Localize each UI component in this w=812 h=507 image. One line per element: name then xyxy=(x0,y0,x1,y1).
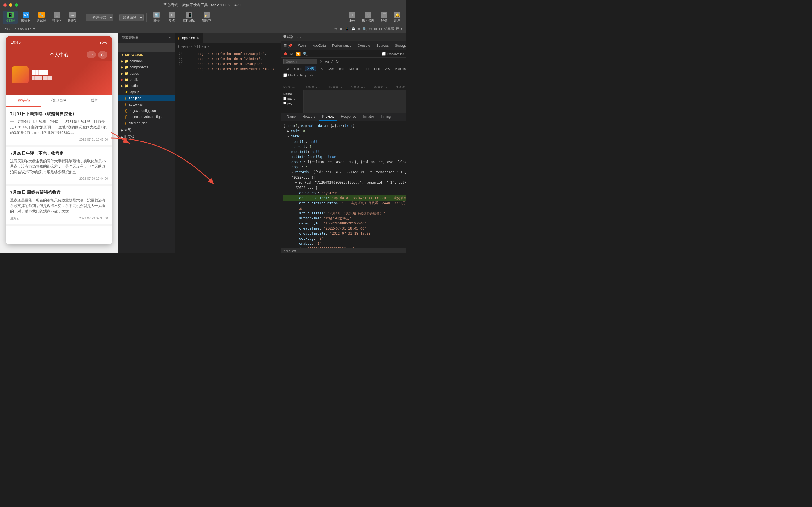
search-icon[interactable]: 🔍 xyxy=(363,27,367,31)
close-button[interactable] xyxy=(3,3,7,7)
toolbar-preview[interactable]: 👁 预览 xyxy=(165,11,179,24)
device-select[interactable]: iPhone XR 85% 16 ▼ xyxy=(3,27,36,31)
hot-reload-btn[interactable]: 热重载 开 ▼ xyxy=(384,26,403,31)
filetree-root[interactable]: ▼ MP-WEIXIN xyxy=(118,52,174,58)
filter-ws[interactable]: WS xyxy=(383,66,392,71)
search-clear-btn[interactable]: ✕ xyxy=(319,59,323,64)
phone-article-0[interactable]: 7月31日下周策略（破趋势要控仓） 一、走势研判1.月线看：2440——3731… xyxy=(6,107,112,145)
phone-tab-1[interactable]: 创业百科 xyxy=(42,95,77,107)
devtools-tab-storage[interactable]: Storage xyxy=(392,43,406,48)
devtools-nav-icon[interactable]: ☰ xyxy=(283,43,287,48)
grid-icon[interactable]: ⊞ xyxy=(374,27,377,31)
filetree-timeline[interactable]: ▶ 时间线 xyxy=(118,133,174,140)
phone-article-2[interactable]: 7月29日 周线有望强势收盘 重点还是量能！现在的市场只要放量就是大涨，没量就还… xyxy=(6,186,112,224)
json-viewer[interactable]: {code: 0, msg: null, data: {…}, ok: true… xyxy=(281,121,406,248)
network-request-item-0[interactable]: pag... xyxy=(282,96,302,101)
filetree-item-projectconfig[interactable]: {} project.config.json xyxy=(118,108,174,114)
filetree-item-sitemap[interactable]: {} sitemap.json xyxy=(118,120,174,126)
filter-manifest[interactable]: Manifest xyxy=(393,66,406,71)
phone-menu-btn[interactable]: ··· xyxy=(87,51,96,58)
search-input[interactable] xyxy=(283,59,317,64)
devtools-tab-console[interactable]: Console xyxy=(355,43,373,48)
devtools-tab-performance[interactable]: Performance xyxy=(329,43,354,48)
filter-img[interactable]: Img xyxy=(337,66,347,71)
request-check-0[interactable] xyxy=(283,97,286,100)
toolbar-device-debug[interactable]: 📲 真机调试 xyxy=(180,11,198,24)
editor-tab-appjson[interactable]: {} app.json ✕ xyxy=(175,33,203,43)
filetree-item-appjson[interactable]: {} app.json xyxy=(118,95,174,101)
phone-add-btn[interactable]: ⊕ xyxy=(98,51,107,59)
data-toggle-arrow[interactable]: ▼ xyxy=(287,135,291,138)
grid2-icon[interactable]: ⊟ xyxy=(379,27,382,31)
editor-tab-close[interactable]: ✕ xyxy=(197,36,199,40)
record-button[interactable]: ⏺ xyxy=(283,51,288,56)
filter-js[interactable]: JS xyxy=(317,66,325,71)
stop-btn[interactable]: ⏹ xyxy=(339,27,343,31)
filetree-item-static[interactable]: ▶ 📁 static xyxy=(118,83,174,89)
filetree-outline[interactable]: ▶ 大纲 xyxy=(118,126,174,133)
filter-cloud[interactable]: Cloud xyxy=(292,66,305,71)
blocked-requests-input[interactable] xyxy=(283,73,287,77)
preserve-log-checkbox[interactable]: Preserve log xyxy=(382,52,404,56)
devtools-tab-appdata[interactable]: AppData xyxy=(310,43,329,48)
detail-tab-timing[interactable]: Timing xyxy=(377,113,395,121)
devtools-pin-icon[interactable]: 📌 xyxy=(288,43,292,48)
filetree-item-appjs[interactable]: JS app.js xyxy=(118,89,174,95)
toolbar-clear-cache[interactable]: 🧹 清缓存 xyxy=(199,11,214,24)
phone-article-1[interactable]: 7月28日午评（不急，收盘定） 这两天影响大盘走势的两件大事都陆续落地，美联储加… xyxy=(6,147,112,184)
toolbar-visualize[interactable]: ⊞ 可视化 xyxy=(49,11,64,24)
toolbar-cloud[interactable]: ☁ 云开发 xyxy=(65,11,80,24)
filter-xhr[interactable]: XHR xyxy=(305,66,316,71)
blocked-requests-label[interactable]: Blocked Requests xyxy=(283,73,313,77)
copy-icon[interactable]: ⧉ xyxy=(358,27,360,31)
toolbar-upload[interactable]: ⬆ 上传 xyxy=(346,11,358,24)
minimize-button[interactable] xyxy=(9,3,12,7)
phone-tab-2[interactable]: 我的 xyxy=(77,95,112,107)
stop-recording-btn[interactable]: ⊘ xyxy=(290,52,294,56)
filetree-item-public[interactable]: ▶ 📁 public xyxy=(118,76,174,83)
request-check-1[interactable] xyxy=(283,102,286,105)
network-request-item-1[interactable]: pag... xyxy=(282,101,302,105)
filter-font[interactable]: Font xyxy=(361,66,371,71)
code-area[interactable]: "pages/order/order-confirm/sample", "pag… xyxy=(185,49,281,253)
toolbar-details[interactable]: ☰ 详情 xyxy=(378,11,390,24)
detail-tab-name[interactable]: Name xyxy=(283,113,299,121)
detail-tab-preview[interactable]: Preview xyxy=(319,113,338,121)
toolbar-debugger[interactable]: 🔧 调试器 xyxy=(34,11,49,24)
toolbar-editor[interactable]: </> 编辑器 xyxy=(18,11,33,24)
devtools-tab-sources[interactable]: Sources xyxy=(373,43,392,48)
refresh-filter-btn[interactable]: ↻ xyxy=(336,59,339,64)
toolbar-translate[interactable]: 🔤 翻译 xyxy=(149,11,163,24)
toolbar-messages[interactable]: 🔔 消息 xyxy=(391,11,403,24)
records-toggle[interactable]: ▼ xyxy=(291,171,295,174)
code-toggle[interactable] xyxy=(287,129,291,133)
phone-tab-0[interactable]: 微头条 xyxy=(6,95,42,107)
filter-media[interactable]: Media xyxy=(347,66,360,71)
devtools-tab-wxml[interactable]: Wxml xyxy=(295,43,309,48)
detail-tab-response[interactable]: Response xyxy=(338,113,359,121)
filetree-item-projectprivate[interactable]: {} project.private.config... xyxy=(118,114,174,120)
search-icon-network[interactable]: 🔍 xyxy=(303,52,308,56)
filter-all[interactable]: All xyxy=(283,66,291,71)
filter-css[interactable]: CSS xyxy=(325,66,336,71)
compile-select[interactable]: 普通编译 xyxy=(119,14,144,21)
detail-tab-initiator[interactable]: Initiator xyxy=(359,113,377,121)
toolbar-simulator[interactable]: 📱 模拟器 xyxy=(3,11,18,24)
filter-doc[interactable]: Doc xyxy=(372,66,382,71)
filetree-item-components[interactable]: ▶ 📁 components xyxy=(118,64,174,70)
regex-btn[interactable]: .* xyxy=(331,60,333,63)
scissors-icon[interactable]: ✂ xyxy=(369,27,372,31)
toolbar-version-mgmt[interactable]: ⊙ 版本管理 xyxy=(359,11,377,24)
maximize-button[interactable] xyxy=(15,3,18,7)
filetree-item-common[interactable]: ▶ 📁 common xyxy=(118,58,174,64)
mode-select[interactable]: 小程序模式 xyxy=(86,14,113,21)
record0-toggle[interactable]: ▼ xyxy=(295,181,299,184)
window-controls[interactable] xyxy=(3,3,18,7)
detail-tab-headers[interactable]: Headers xyxy=(299,113,319,121)
preserve-log-input[interactable] xyxy=(382,52,386,56)
filetree-item-pages[interactable]: ▶ 📁 pages xyxy=(118,70,174,76)
filter-icon[interactable]: 🔽 xyxy=(296,52,301,56)
filetree-item-appwxss[interactable]: {} app.wxss xyxy=(118,101,174,108)
filetree-more-btn[interactable]: ··· xyxy=(168,36,171,40)
refresh-btn[interactable]: ↻ xyxy=(334,27,337,31)
